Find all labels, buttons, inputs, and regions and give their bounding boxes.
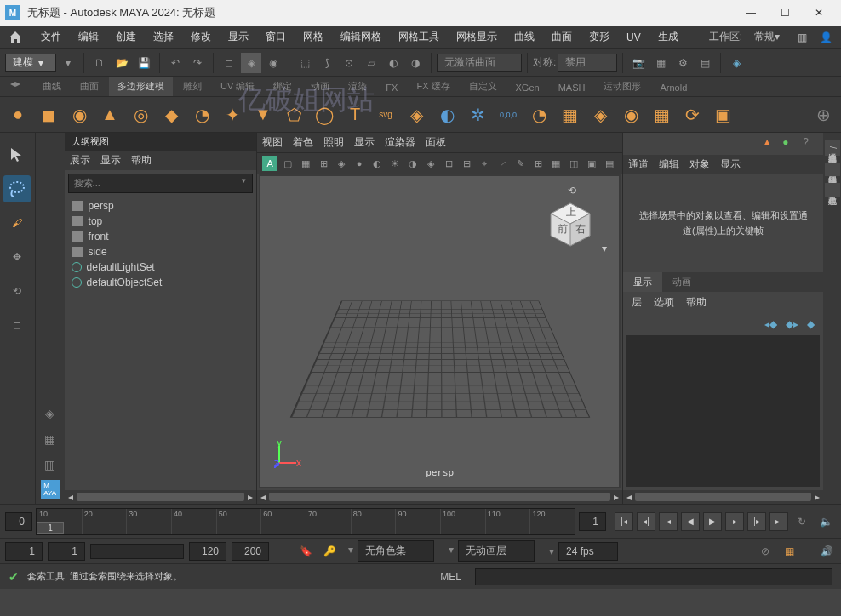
menu-surfaces[interactable]: 曲面 — [543, 27, 581, 48]
arrow-down-icon[interactable]: ▾ — [58, 53, 78, 73]
module-dropdown[interactable]: 建模▾ — [5, 54, 56, 72]
select-paint-icon[interactable]: ◉ — [263, 53, 283, 73]
play-back-icon[interactable]: ◀ — [681, 512, 700, 531]
outliner-tree[interactable]: persp top front side defaultLightSet def… — [65, 197, 257, 490]
paint-select-tool-icon[interactable]: 🖌 — [3, 209, 31, 237]
mel-label[interactable]: MEL — [435, 571, 466, 583]
shelf-tab-poly[interactable]: 多边形建模 — [109, 77, 173, 96]
signin-icon[interactable]: 👤 — [815, 27, 836, 48]
cb-icon-3[interactable]: ? — [803, 136, 818, 151]
poly-pipe-icon[interactable]: ◯ — [312, 102, 337, 128]
loop-icon[interactable]: ↻ — [792, 511, 812, 532]
cb-menu-display[interactable]: 显示 — [720, 157, 741, 172]
maya-logo-icon[interactable]: MAYA — [41, 480, 60, 499]
poly-torus-icon[interactable]: ◎ — [128, 102, 153, 128]
shelf-tab-surfaces[interactable]: 曲面 — [72, 77, 107, 96]
menu-window[interactable]: 窗口 — [257, 27, 295, 48]
select-tool-icon[interactable] — [3, 141, 31, 168]
poly-disc-icon[interactable]: ◔ — [189, 102, 215, 128]
home-icon[interactable] — [5, 27, 26, 48]
mirror-icon[interactable]: ✲ — [465, 102, 490, 128]
fps-dropdown[interactable]: 24 fps — [558, 542, 618, 561]
menu-modify[interactable]: 修改 — [182, 27, 220, 48]
vp-xray-icon[interactable]: ◈ — [423, 156, 438, 171]
range-end-field[interactable]: 200 — [232, 542, 269, 561]
lasso-tool-icon[interactable] — [3, 175, 31, 202]
shelf-tab-fx[interactable]: FX — [377, 79, 406, 96]
poly-superellipse-icon[interactable]: ◈ — [403, 102, 429, 128]
snap-point-icon[interactable]: ⊙ — [339, 53, 359, 73]
separate-icon[interactable]: ◔ — [526, 102, 552, 128]
shelf-tab-animation[interactable]: 动画 — [302, 77, 338, 96]
close-button[interactable]: ✕ — [802, 0, 836, 26]
outliner-menu-display[interactable]: 展示 — [70, 153, 90, 168]
tree-item-top[interactable]: top — [72, 214, 250, 229]
bevel-icon[interactable]: ⟳ — [679, 102, 705, 128]
menu-generate[interactable]: 生成 — [649, 27, 687, 48]
workspace-dropdown[interactable]: 常规▾ — [746, 30, 788, 44]
vp-20-icon[interactable]: ▦ — [548, 156, 564, 171]
tree-item-objectset[interactable]: defaultObjectSet — [72, 275, 250, 290]
layout-four-icon[interactable]: ▦ — [40, 429, 60, 449]
cb-menu-edit[interactable]: 编辑 — [659, 157, 679, 172]
vp-shaded-icon[interactable]: ● — [352, 156, 367, 171]
cb-menu-object[interactable]: 对象 — [689, 157, 710, 172]
timeline-start-field[interactable]: 0 — [5, 512, 32, 531]
poly-cube-icon[interactable]: ◼ — [36, 102, 61, 128]
vp-textured-icon[interactable]: ◐ — [369, 156, 385, 171]
new-scene-icon[interactable]: 🗋 — [89, 53, 110, 73]
shelf-tab-custom[interactable]: 自定义 — [461, 77, 506, 96]
layer-menu-options[interactable]: 选项 — [654, 295, 674, 310]
tab-anim-layer[interactable]: 动画 — [662, 272, 701, 292]
combine-icon[interactable]: 0,0,0 — [495, 102, 521, 128]
sidebar-toggle-icon[interactable]: ▥ — [792, 27, 812, 48]
dock-tab-modelingtk[interactable]: 建模工具包 — [825, 183, 840, 197]
menu-edit-mesh[interactable]: 编辑网格 — [332, 27, 390, 48]
snap-toggle-icon[interactable]: ◑ — [405, 53, 426, 73]
panel-layout-icon[interactable]: ▤ — [695, 53, 715, 73]
timeline-playhead[interactable]: 1 — [37, 522, 64, 534]
poly-pyramid-icon[interactable]: ▼ — [250, 102, 276, 128]
view-cube[interactable]: 前 右 上 — [544, 198, 597, 251]
outliner-menu-show[interactable]: 显示 — [100, 153, 121, 168]
vp-shadow-icon[interactable]: ◑ — [405, 156, 420, 171]
smooth-icon[interactable]: ◈ — [587, 102, 613, 128]
rotate-tool-icon[interactable]: ⟲ — [3, 277, 31, 305]
select-lasso-icon[interactable]: ◈ — [241, 53, 261, 73]
vp-19-icon[interactable]: ⊞ — [530, 156, 546, 171]
scale-tool-icon[interactable]: ◻ — [3, 311, 31, 339]
poly-platonic-icon[interactable]: ✦ — [220, 102, 245, 128]
vp-18-icon[interactable]: ✎ — [512, 156, 528, 171]
tree-item-persp[interactable]: persp — [72, 198, 250, 214]
menu-uv[interactable]: UV — [618, 27, 649, 48]
step-back-key-icon[interactable]: ◂| — [637, 512, 655, 531]
minimize-button[interactable]: — — [734, 0, 768, 26]
save-scene-icon[interactable]: 💾 — [134, 53, 154, 73]
timeline-end-field[interactable]: 1 — [579, 512, 606, 531]
layer-menu-layers[interactable]: 层 — [632, 295, 642, 310]
render-icon[interactable]: 📷 — [628, 53, 649, 73]
play-forward-icon[interactable]: ▶ — [703, 512, 722, 531]
live-surface-dropdown[interactable]: 无激活曲面 — [437, 54, 522, 72]
anim-layer-dropdown[interactable]: 无动画层 — [458, 540, 535, 562]
svg-icon[interactable]: svg — [373, 102, 398, 128]
menu-create[interactable]: 创建 — [107, 27, 145, 48]
shelf-tab-uv[interactable]: UV 编辑 — [212, 77, 263, 96]
vp-15-icon[interactable]: ⊟ — [459, 156, 474, 171]
menu-select[interactable]: 选择 — [145, 27, 182, 48]
tab-display-layer[interactable]: 显示 — [623, 272, 662, 292]
shelf-tab-arnold[interactable]: Arnold — [651, 79, 695, 96]
vp-23-icon[interactable]: ▤ — [602, 156, 617, 171]
vp-wireframe-icon[interactable]: ◈ — [334, 156, 349, 171]
vp-grid-icon[interactable]: ▦ — [298, 156, 313, 171]
shelf-tab-fxcache[interactable]: FX 缓存 — [408, 77, 458, 96]
dock-tab-attributes[interactable]: 属性编辑器 — [825, 163, 840, 176]
layout-single-icon[interactable]: ◈ — [40, 403, 60, 424]
dock-tab-channelbox[interactable]: 通道盒/层编辑器 — [825, 140, 840, 156]
range-min-field[interactable]: 1 — [48, 542, 85, 561]
range-max-field[interactable]: 120 — [189, 542, 226, 561]
layout-outliner-icon[interactable]: ▥ — [40, 454, 60, 475]
audio-icon[interactable]: 🔈 — [815, 511, 836, 532]
move-tool-icon[interactable]: ✥ — [3, 243, 31, 271]
shelf-tab-render[interactable]: 渲染 — [340, 77, 375, 96]
